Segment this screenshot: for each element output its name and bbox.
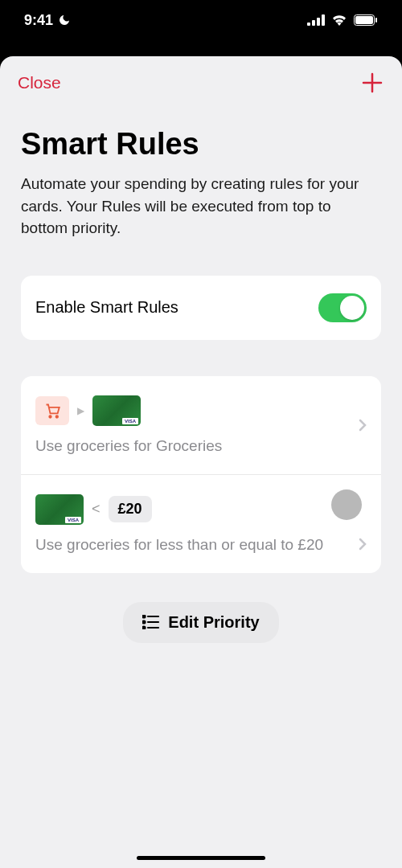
rule-description: Use groceries for Groceries <box>35 437 367 455</box>
svg-rect-6 <box>375 18 377 23</box>
svg-point-15 <box>143 627 146 629</box>
toggle-knob <box>340 296 364 320</box>
modal-sheet: Close Smart Rules Automate your spending… <box>0 56 402 868</box>
wifi-icon <box>331 14 347 26</box>
svg-rect-5 <box>355 16 373 24</box>
close-button[interactable]: Close <box>18 73 61 92</box>
chevron-right-icon <box>359 538 367 551</box>
svg-point-9 <box>49 416 51 418</box>
cart-icon <box>43 403 61 419</box>
svg-rect-2 <box>317 18 320 26</box>
svg-point-11 <box>143 616 146 618</box>
status-time-group: 9:41 <box>24 12 71 29</box>
battery-icon <box>354 14 378 26</box>
amount-pill: £20 <box>109 496 152 522</box>
rule-item-amount[interactable]: < £20 Use groceries for less than or equ… <box>21 475 381 573</box>
enable-toggle[interactable] <box>318 293 367 322</box>
gray-indicator <box>331 489 362 520</box>
svg-rect-1 <box>312 20 315 26</box>
modal-header: Close <box>0 71 402 127</box>
list-icon <box>142 615 160 629</box>
signal-icon <box>307 14 325 26</box>
edit-priority-button[interactable]: Edit Priority <box>123 602 278 643</box>
svg-rect-0 <box>307 23 310 26</box>
status-bar: 9:41 <box>0 0 402 40</box>
toggle-label: Enable Smart Rules <box>35 298 178 317</box>
page-subtitle: Automate your spending by creating rules… <box>21 173 381 240</box>
page-title: Smart Rules <box>21 127 381 162</box>
chevron-right-icon <box>359 419 367 432</box>
toggle-card: Enable Smart Rules <box>21 276 381 340</box>
arrow-right-icon: ▶ <box>77 405 84 416</box>
rule-visuals: < £20 <box>35 494 367 525</box>
svg-point-13 <box>143 621 146 624</box>
edit-priority-label: Edit Priority <box>168 613 259 632</box>
plus-icon <box>362 72 383 93</box>
rule-description: Use groceries for less than or equal to … <box>35 536 367 554</box>
status-right <box>307 14 378 26</box>
card-visa-icon <box>35 494 84 525</box>
status-time: 9:41 <box>24 12 53 29</box>
rule-item-groceries[interactable]: ▶ Use groceries for Groceries <box>21 376 381 475</box>
svg-point-10 <box>56 416 59 418</box>
card-visa-icon <box>92 395 141 426</box>
groceries-category-icon <box>35 396 69 425</box>
rules-list: ▶ Use groceries for Groceries < £20 Use … <box>21 376 381 573</box>
moon-icon <box>58 14 71 27</box>
svg-rect-3 <box>322 14 325 26</box>
home-indicator[interactable] <box>137 856 265 860</box>
rule-visuals: ▶ <box>35 395 367 426</box>
operator-lt: < <box>92 501 100 518</box>
add-rule-button[interactable] <box>360 71 384 95</box>
